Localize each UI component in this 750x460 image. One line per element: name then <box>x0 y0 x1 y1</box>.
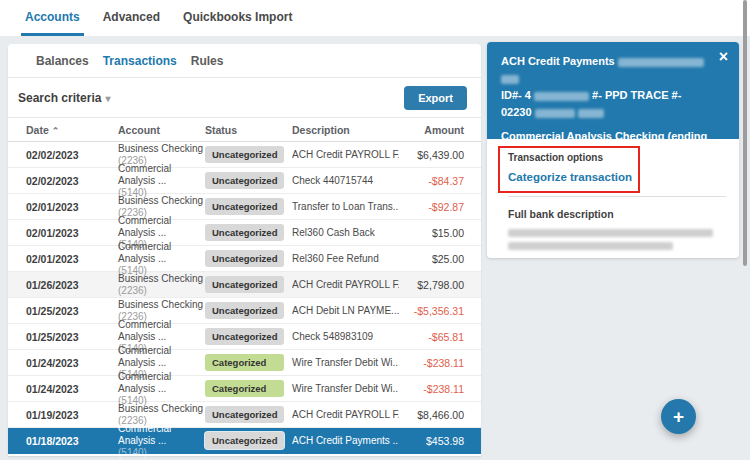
account-name: Commercial Analysis ... <box>118 215 205 239</box>
column-header-description[interactable]: Description <box>292 124 399 136</box>
cell-account: Commercial Analysis ... (5140) <box>118 371 205 407</box>
cell-status: Categorized <box>205 380 292 397</box>
table-row[interactable]: 01/24/2023 Commercial Analysis ... (5140… <box>8 350 481 376</box>
status-badge: Uncategorized <box>205 224 284 241</box>
cell-date: 01/19/2023 <box>8 409 118 421</box>
account-name: Business Checking <box>118 273 205 285</box>
vertical-scrollbar[interactable] <box>743 0 747 266</box>
add-button[interactable]: + <box>661 399 696 434</box>
sort-ascending-icon: ⌃ <box>52 126 60 136</box>
column-header-status[interactable]: Status <box>205 124 292 136</box>
table-header: Date⌃ Account Status Description Amount <box>8 118 481 142</box>
status-badge: Uncategorized <box>205 328 284 345</box>
column-header-amount[interactable]: Amount <box>399 124 481 136</box>
cell-date: 02/01/2023 <box>8 253 118 265</box>
cell-description: ACH Credit PAYROLL F... <box>292 279 399 290</box>
cell-account: Commercial Analysis ... (5140) <box>118 163 205 199</box>
cell-status: Uncategorized <box>205 224 292 241</box>
tab-accounts[interactable]: Accounts <box>21 0 84 36</box>
redacted-text <box>535 109 575 118</box>
cell-status: Uncategorized <box>205 328 292 345</box>
table-row[interactable]: 02/02/2023 Business Checking (2236) Unca… <box>8 142 481 168</box>
cell-description: Check 440715744 <box>292 175 399 186</box>
status-badge: Uncategorized <box>205 276 284 293</box>
full-bank-description-label: Full bank description <box>508 208 726 220</box>
status-badge: Uncategorized <box>205 432 284 449</box>
account-number: (2236) <box>118 285 205 297</box>
cell-account: Business Checking (2236) <box>118 273 205 297</box>
cell-description: ACH Credit PAYROLL F... <box>292 149 399 160</box>
cell-description: Check 548983109 <box>292 331 399 342</box>
cell-status: Uncategorized <box>205 172 292 189</box>
table-row[interactable]: 01/24/2023 Commercial Analysis ... (5140… <box>8 376 481 402</box>
redacted-text <box>578 109 604 118</box>
table-row[interactable]: 01/19/2023 Business Checking (2236) Unca… <box>8 402 481 428</box>
cell-description: Rel360 Cash Back <box>292 227 399 238</box>
column-header-date[interactable]: Date⌃ <box>8 124 118 136</box>
cell-status: Uncategorized <box>205 276 292 293</box>
redacted-text <box>508 242 673 250</box>
subtab-balances[interactable]: Balances <box>36 54 89 68</box>
cell-date: 01/25/2023 <box>8 305 118 317</box>
tab-quickbooks-import[interactable]: Quickbooks Import <box>179 0 296 36</box>
account-name: Commercial Analysis ... <box>118 319 205 343</box>
cell-date: 01/26/2023 <box>8 279 118 291</box>
table-toolbar: Search criteria▾ Export <box>8 78 481 118</box>
account-name: Commercial Analysis ... <box>118 345 205 369</box>
table-row[interactable]: 02/01/2023 Commercial Analysis ... (5140… <box>8 246 481 272</box>
cell-account: Commercial Analysis ... (5140) <box>118 241 205 277</box>
transaction-options-label: Transaction options <box>508 152 726 163</box>
subtab-rules[interactable]: Rules <box>191 54 224 68</box>
cell-date: 02/01/2023 <box>8 227 118 239</box>
cell-amount: -$5,356.31 <box>399 305 481 317</box>
cell-description: Wire Transfer Debit Wi... <box>292 383 399 394</box>
cell-date: 02/01/2023 <box>8 201 118 213</box>
table-row[interactable]: 02/01/2023 Commercial Analysis ... (5140… <box>8 220 481 246</box>
status-badge: Categorized <box>205 380 284 397</box>
account-name: Business Checking <box>118 403 205 415</box>
sub-tabs: Balances Transactions Rules <box>8 44 481 78</box>
table-row[interactable]: 02/02/2023 Commercial Analysis ... (5140… <box>8 168 481 194</box>
status-badge: Uncategorized <box>205 198 284 215</box>
cell-date: 01/24/2023 <box>8 357 118 369</box>
column-header-account[interactable]: Account <box>118 124 205 136</box>
cell-amount: -$238.11 <box>399 357 481 369</box>
account-name: Business Checking <box>118 143 205 155</box>
cell-status: Uncategorized <box>205 432 292 449</box>
export-button[interactable]: Export <box>404 86 467 110</box>
cell-date: 02/02/2023 <box>8 149 118 161</box>
table-body: 02/02/2023 Business Checking (2236) Unca… <box>8 142 481 454</box>
cell-amount: -$84.37 <box>399 175 481 187</box>
close-icon[interactable]: × <box>719 49 728 65</box>
subtab-transactions[interactable]: Transactions <box>103 54 177 68</box>
status-badge: Uncategorized <box>205 406 284 423</box>
cell-description: Rel360 Fee Refund <box>292 253 399 264</box>
table-row[interactable]: 01/18/2023 Commercial Analysis ... (5140… <box>8 428 481 454</box>
account-name: Commercial Analysis ... <box>118 163 205 187</box>
cell-amount: -$238.11 <box>399 383 481 395</box>
cell-amount: $8,466.00 <box>399 409 481 421</box>
status-badge: Categorized <box>205 354 284 371</box>
tab-advanced[interactable]: Advanced <box>99 0 164 36</box>
detail-panel-body: Transaction options Categorize transacti… <box>487 139 739 250</box>
table-row[interactable]: 02/01/2023 Business Checking (2236) Unca… <box>8 194 481 220</box>
account-name: Commercial Analysis ... <box>118 423 205 447</box>
cell-description: Transfer to Loan Trans... <box>292 201 399 212</box>
cell-status: Uncategorized <box>205 406 292 423</box>
cell-date: 02/02/2023 <box>8 175 118 187</box>
cell-status: Uncategorized <box>205 146 292 163</box>
cell-amount: -$65.81 <box>399 331 481 343</box>
cell-description: ACH Credit PAYROLL F... <box>292 409 399 420</box>
table-row[interactable]: 01/25/2023 Commercial Analysis ... (5140… <box>8 324 481 350</box>
chevron-down-icon: ▾ <box>105 93 110 104</box>
account-name: Business Checking <box>118 299 205 311</box>
categorize-transaction-link[interactable]: Categorize transaction <box>508 171 726 183</box>
search-criteria-toggle[interactable]: Search criteria▾ <box>18 91 110 105</box>
cell-status: Uncategorized <box>205 198 292 215</box>
cell-amount: $15.00 <box>399 227 481 239</box>
table-row[interactable]: 01/25/2023 Business Checking (2236) Unca… <box>8 298 481 324</box>
status-badge: Uncategorized <box>205 302 284 319</box>
cell-amount: $2,798.00 <box>399 279 481 291</box>
cell-status: Uncategorized <box>205 302 292 319</box>
table-row[interactable]: 01/26/2023 Business Checking (2236) Unca… <box>8 272 481 298</box>
